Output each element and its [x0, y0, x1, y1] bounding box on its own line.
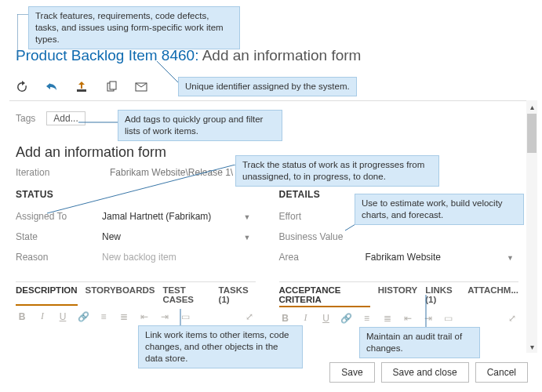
divider: [9, 100, 533, 101]
italic-button[interactable]: I: [300, 312, 312, 324]
bold-button[interactable]: B: [279, 313, 292, 324]
state-label: State: [16, 231, 102, 242]
work-item-title-readonly: Add an information form: [202, 47, 362, 64]
footer-buttons: Save Save and close Cancel: [329, 362, 528, 383]
callout-history: Maintain an audit trail of changes.: [359, 327, 480, 358]
reason-label: Reason: [16, 252, 102, 263]
numbered-list-icon[interactable]: ≣: [118, 311, 130, 322]
expand-icon[interactable]: ⤢: [506, 313, 518, 324]
tab-tasks[interactable]: TASKS (1): [219, 282, 256, 306]
tab-description[interactable]: DESCRIPTION: [16, 282, 78, 306]
underline-button[interactable]: U: [320, 313, 333, 324]
callout-uid: Unique identifier assigned by the system…: [178, 77, 357, 96]
scroll-thumb[interactable]: [527, 114, 537, 153]
callout-status: Track the status of work as it progresse…: [235, 155, 439, 187]
tags-label: Tags: [16, 113, 35, 124]
chevron-down-icon: ▼: [507, 254, 514, 262]
undo-icon[interactable]: [45, 81, 58, 96]
mail-icon[interactable]: [135, 81, 147, 96]
italic-button[interactable]: I: [36, 310, 49, 322]
svg-rect-0: [77, 89, 86, 92]
toolbar: [16, 78, 147, 97]
save-button[interactable]: Save: [329, 362, 374, 383]
tab-links[interactable]: LINKS (1): [425, 282, 460, 307]
callout-estimate: Use to estimate work, build velocity cha…: [355, 194, 524, 225]
tab-test-cases[interactable]: TEST CASES: [162, 282, 210, 306]
link-icon[interactable]: 🔗: [77, 311, 89, 322]
underline-button[interactable]: U: [56, 311, 69, 322]
numbered-list-icon[interactable]: ≣: [381, 313, 394, 324]
image-icon[interactable]: ▭: [442, 313, 455, 324]
area-label: Area: [279, 252, 366, 263]
indent-icon[interactable]: ⇥: [158, 311, 171, 322]
svg-rect-2: [110, 82, 116, 89]
rtf-toolbar-left: B I U 🔗 ≡ ≣ ⇤ ⇥ ▭ ⤢: [16, 310, 256, 322]
outdent-icon[interactable]: ⇤: [402, 313, 414, 324]
scroll-up-icon[interactable]: ▴: [526, 100, 537, 113]
link-icon[interactable]: 🔗: [340, 313, 353, 324]
rtf-toolbar-right: B I U 🔗 ≡ ≣ ⇤ ⇥ ▭ ⤢: [279, 312, 519, 324]
tab-attachments[interactable]: ATTACHM...: [467, 282, 518, 307]
callout-tags: Add tags to quickly group and filter lis…: [118, 110, 282, 141]
callout-types: Track features, requirements, code defec…: [28, 6, 240, 49]
right-tabs: ACCEPTANCE CRITERIA HISTORY LINKS (1) AT…: [279, 281, 519, 324]
state-dropdown[interactable]: New▼: [102, 231, 256, 242]
bold-button[interactable]: B: [16, 311, 28, 322]
bullet-list-icon[interactable]: ≡: [97, 311, 110, 322]
page-title: Product Backlog Item 8460: Add an inform…: [16, 47, 361, 64]
chevron-down-icon: ▼: [244, 234, 251, 241]
bullet-list-icon[interactable]: ≡: [361, 313, 373, 324]
left-tabs: DESCRIPTION STORYBOARDS TEST CASES TASKS…: [16, 281, 256, 324]
area-dropdown[interactable]: Fabrikam Website▼: [366, 252, 519, 263]
tab-acceptance-criteria[interactable]: ACCEPTANCE CRITERIA: [279, 282, 370, 307]
refresh-icon[interactable]: [16, 81, 28, 96]
scroll-down-icon[interactable]: ▾: [526, 340, 537, 353]
outdent-icon[interactable]: ⇤: [138, 311, 151, 322]
business-value-label: Business Value: [279, 231, 366, 242]
reason-field[interactable]: New backlog item: [102, 252, 256, 263]
tab-storyboards[interactable]: STORYBOARDS: [85, 282, 155, 306]
upload-icon[interactable]: [75, 81, 88, 96]
cancel-button[interactable]: Cancel: [475, 362, 528, 383]
tab-history[interactable]: HISTORY: [378, 282, 417, 307]
callout-links: Link work items to other items, code cha…: [138, 325, 303, 368]
copy-icon[interactable]: [105, 81, 118, 96]
save-and-close-button[interactable]: Save and close: [381, 362, 469, 383]
title-colon: :: [195, 47, 198, 64]
expand-icon[interactable]: ⤢: [243, 311, 256, 322]
chevron-down-icon: ▼: [244, 213, 251, 221]
